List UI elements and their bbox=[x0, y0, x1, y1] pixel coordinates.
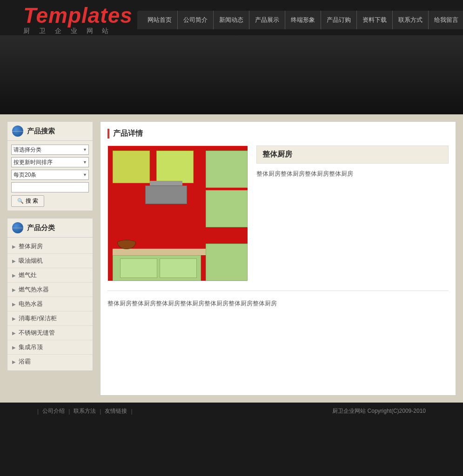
category-select-wrapper[interactable]: 请选择分类 bbox=[11, 145, 89, 155]
category-section-header: 产品分类 bbox=[7, 218, 93, 238]
cabinet-right-bottom bbox=[206, 244, 248, 281]
cabinet-top-right bbox=[156, 151, 194, 183]
category-label-0: 整体厨房 bbox=[19, 242, 43, 251]
logo-subtitle: 厨 卫 企 业 网 站 bbox=[23, 27, 137, 35]
category-label-7: 集成吊顶 bbox=[19, 343, 43, 351]
category-item-8[interactable]: ▶浴霸 bbox=[7, 355, 93, 369]
category-item-2[interactable]: ▶燃气灶 bbox=[7, 268, 93, 283]
counter-door-2 bbox=[160, 258, 197, 278]
category-item-7[interactable]: ▶集成吊顶 bbox=[7, 340, 93, 355]
content-area: 产品详情 bbox=[100, 121, 456, 396]
category-label-6: 不锈钢无缝管 bbox=[19, 329, 55, 337]
nav-item-2[interactable]: 新闻动态 bbox=[214, 11, 249, 29]
search-icon: 🔍 bbox=[17, 198, 24, 204]
nav-item-8[interactable]: 给我留言 bbox=[429, 11, 463, 29]
cabinet-top-left bbox=[113, 151, 150, 183]
search-section-header: 产品搜索 bbox=[7, 122, 93, 141]
header: Templates 厨 卫 企 业 网 站 网站首页公司简介新闻动态产品展示终端… bbox=[0, 0, 463, 35]
category-arrow-5: ▶ bbox=[12, 316, 16, 321]
counter-base bbox=[113, 255, 201, 281]
category-item-3[interactable]: ▶燃气热水器 bbox=[7, 283, 93, 297]
search-btn-label: 搜 索 bbox=[26, 197, 38, 205]
product-image-box bbox=[107, 145, 247, 281]
kitchen-scene bbox=[108, 146, 248, 281]
bowl-decoration bbox=[117, 240, 136, 249]
product-desc-long: 整体厨房整体厨房整体厨房整体厨房整体厨房整体厨房整体厨房 bbox=[107, 298, 449, 309]
product-desc-short: 整体厨房整体厨房整体厨房整体厨房 bbox=[256, 169, 449, 179]
nav-item-3[interactable]: 产品展示 bbox=[249, 11, 285, 29]
category-item-5[interactable]: ▶消毒柜/保洁柜 bbox=[7, 311, 93, 326]
product-name: 整体厨房 bbox=[262, 150, 292, 158]
category-label-5: 消毒柜/保洁柜 bbox=[19, 314, 57, 323]
category-item-0[interactable]: ▶整体厨房 bbox=[7, 239, 93, 254]
nav-item-4[interactable]: 终端形象 bbox=[285, 11, 321, 29]
nav-item-7[interactable]: 联系方式 bbox=[393, 11, 429, 29]
cabinet-gap bbox=[152, 151, 154, 183]
cabinet-right-top bbox=[206, 151, 248, 188]
globe-icon bbox=[12, 126, 23, 137]
footer-link-0[interactable]: 公司介绍 bbox=[42, 407, 65, 415]
category-arrow-3: ▶ bbox=[12, 287, 16, 292]
nav-item-0[interactable]: 网站首页 bbox=[142, 11, 178, 29]
category-arrow-6: ▶ bbox=[12, 331, 16, 336]
counter-top bbox=[113, 249, 206, 255]
globe-icon-2 bbox=[12, 222, 23, 233]
search-button[interactable]: 🔍 搜 索 bbox=[11, 195, 44, 207]
main-area: 产品搜索 请选择分类 按更新时间排序 每 bbox=[0, 114, 463, 403]
category-title: 产品分类 bbox=[27, 224, 55, 232]
product-name-bar: 整体厨房 bbox=[256, 145, 449, 164]
search-section: 产品搜索 请选择分类 按更新时间排序 每 bbox=[7, 121, 93, 211]
category-item-4[interactable]: ▶电热水器 bbox=[7, 297, 93, 311]
product-info-box: 整体厨房 整体厨房整体厨房整体厨房整体厨房 bbox=[256, 145, 449, 281]
category-arrow-4: ▶ bbox=[12, 302, 16, 307]
category-item-1[interactable]: ▶吸油烟机 bbox=[7, 254, 93, 268]
category-label-4: 电热水器 bbox=[19, 300, 43, 308]
pagesize-select[interactable]: 每页20条 bbox=[11, 170, 89, 180]
category-arrow-8: ▶ bbox=[12, 359, 16, 364]
footer-copyright: 厨卫企业网站 Copyright(C)2009-2010 bbox=[332, 407, 426, 415]
banner bbox=[0, 35, 463, 114]
nav-item-1[interactable]: 公司简介 bbox=[178, 11, 214, 29]
sort-select[interactable]: 按更新时间排序 bbox=[11, 157, 89, 167]
category-item-6[interactable]: ▶不锈钢无缝管 bbox=[7, 326, 93, 340]
search-body: 请选择分类 按更新时间排序 每页20条 bbox=[7, 141, 93, 211]
category-arrow-2: ▶ bbox=[12, 273, 16, 278]
divider bbox=[107, 291, 449, 291]
page-title: 产品详情 bbox=[113, 129, 143, 137]
category-label-1: 吸油烟机 bbox=[19, 257, 43, 265]
category-section: 产品分类 ▶整体厨房▶吸油烟机▶燃气灶▶燃气热水器▶电热水器▶消毒柜/保洁柜▶不… bbox=[7, 218, 93, 371]
footer: |公司介绍|联系方法|友情链接| 厨卫企业网站 Copyright(C)2009… bbox=[0, 403, 463, 420]
category-arrow-7: ▶ bbox=[12, 345, 16, 350]
footer-left: |公司介绍|联系方法|友情链接| bbox=[37, 407, 133, 415]
category-select[interactable]: 请选择分类 bbox=[11, 145, 89, 155]
pagesize-select-wrapper[interactable]: 每页20条 bbox=[11, 170, 89, 180]
product-detail-top: 整体厨房 整体厨房整体厨房整体厨房整体厨房 bbox=[107, 145, 449, 281]
sort-select-wrapper[interactable]: 按更新时间排序 bbox=[11, 157, 89, 167]
category-arrow-1: ▶ bbox=[12, 258, 16, 264]
category-label-2: 燃气灶 bbox=[19, 271, 37, 279]
nav-item-5[interactable]: 产品订购 bbox=[321, 11, 357, 29]
product-image bbox=[108, 146, 248, 281]
search-input[interactable] bbox=[11, 182, 89, 192]
category-label-8: 浴霸 bbox=[19, 357, 31, 366]
nav-item-6[interactable]: 资料下载 bbox=[357, 11, 393, 29]
main-nav: 网站首页公司简介新闻动态产品展示终端形象产品订购资料下载联系方式给我留言 bbox=[137, 11, 463, 29]
category-arrow-0: ▶ bbox=[12, 244, 16, 249]
footer-link-1[interactable]: 联系方法 bbox=[74, 407, 96, 415]
logo-title: Templates bbox=[23, 5, 137, 26]
search-title: 产品搜索 bbox=[27, 127, 55, 136]
counter-door-1 bbox=[120, 258, 157, 278]
cabinet-right-mid bbox=[206, 190, 248, 227]
range-hood bbox=[145, 185, 187, 204]
logo-area: Templates 厨 卫 企 业 网 站 bbox=[23, 5, 137, 35]
category-list: ▶整体厨房▶吸油烟机▶燃气灶▶燃气热水器▶电热水器▶消毒柜/保洁柜▶不锈钢无缝管… bbox=[7, 238, 93, 370]
sidebar: 产品搜索 请选择分类 按更新时间排序 每 bbox=[7, 121, 93, 396]
footer-link-2[interactable]: 友情链接 bbox=[105, 407, 127, 415]
category-label-3: 燃气热水器 bbox=[19, 285, 49, 294]
page-title-bar: 产品详情 bbox=[107, 129, 449, 139]
